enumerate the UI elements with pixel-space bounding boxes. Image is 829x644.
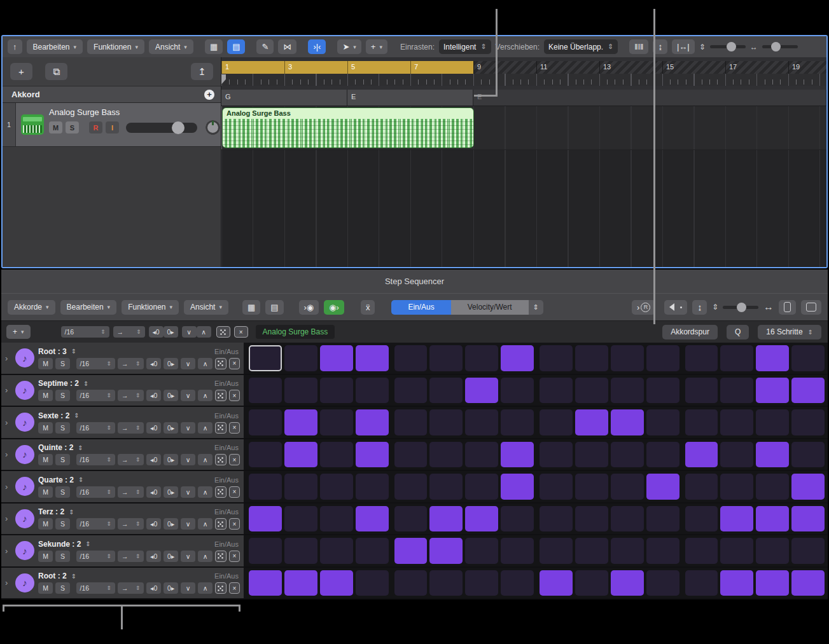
menu-ansicht[interactable]: Ansicht▾ [149, 39, 193, 54]
step-cell[interactable] [320, 570, 353, 596]
step-cell[interactable] [394, 345, 428, 371]
row-mute-button[interactable]: M [38, 551, 53, 562]
step-cell[interactable] [791, 442, 825, 468]
step-cell[interactable] [501, 409, 534, 435]
monophonic-pattern-button[interactable]: ›◉ [299, 300, 319, 315]
track-lane[interactable]: Analog Surge Bass [221, 106, 826, 150]
row-rate-select[interactable]: /16⇕ [76, 390, 115, 401]
automation-tool-button[interactable]: ✎ [256, 39, 274, 54]
menu-funktionen[interactable]: Funktionen▾ [87, 39, 144, 54]
step-cell[interactable] [249, 378, 282, 404]
row-octave-up-button[interactable]: ∧ [198, 358, 212, 369]
step-cell[interactable] [249, 442, 282, 468]
step-cell[interactable] [646, 378, 679, 404]
bar-number[interactable]: 15 [662, 61, 725, 74]
akkordspur-button[interactable]: Akkordspur [662, 325, 718, 339]
step-cell[interactable] [320, 538, 353, 564]
step-cell[interactable] [575, 538, 608, 564]
marquee-tool-button[interactable]: ⋈ [278, 39, 296, 54]
step-cell[interactable] [646, 409, 679, 435]
step-cell[interactable] [501, 378, 534, 404]
row-stepper-icon[interactable]: ⇕ [83, 380, 88, 387]
input-monitor-button[interactable]: I [106, 121, 119, 134]
row-mute-button[interactable]: M [38, 486, 53, 498]
step-cell[interactable] [791, 474, 825, 500]
step-cell[interactable] [249, 474, 282, 500]
row-rotate-right-button[interactable]: 0▸ [164, 582, 178, 594]
step-cell[interactable] [284, 474, 317, 500]
row-randomize-button[interactable] [215, 582, 226, 594]
step-cell[interactable] [394, 506, 428, 532]
step-cell[interactable] [575, 409, 608, 435]
step-cell[interactable] [720, 409, 753, 435]
step-cell[interactable] [394, 442, 428, 468]
pattern-length-select[interactable]: 16 Schritte⇕ [758, 325, 821, 339]
step-cell[interactable] [575, 345, 608, 371]
preview-button[interactable] [664, 300, 687, 315]
row-octave-up-button[interactable]: ∧ [198, 454, 212, 465]
h-zoom-thumb[interactable] [771, 42, 781, 51]
step-cell[interactable] [320, 409, 353, 435]
row-direction-select[interactable]: →⇕ [118, 358, 144, 369]
step-cell[interactable] [685, 538, 718, 564]
row-direction-select[interactable]: →⇕ [118, 518, 144, 530]
row-rate-select[interactable]: /16⇕ [76, 551, 115, 562]
step-cell[interactable] [646, 506, 679, 532]
step-cell[interactable] [685, 345, 718, 371]
row-direction-select[interactable]: →⇕ [118, 454, 144, 465]
row-label[interactable]: Sekunde : 2 [38, 540, 81, 549]
default-rotate-left-button[interactable]: ◂0 [149, 326, 164, 338]
menu-bearbeiten[interactable]: Bearbeiten▾ [27, 39, 83, 54]
step-cell[interactable] [575, 474, 608, 500]
secondary-tool-button[interactable]: +▾ [366, 39, 387, 54]
waveform-zoom-button[interactable]: ǁǀǁ [629, 39, 648, 54]
disclosure-icon[interactable]: › [5, 546, 11, 556]
row-rotate-left-button[interactable]: ◂0 [146, 358, 161, 369]
default-octave-down-button[interactable]: ∨ [182, 326, 197, 338]
row-label[interactable]: Sexte : 2 [38, 411, 69, 420]
fit-horizontal-button[interactable]: |↔| [672, 39, 695, 54]
step-cell[interactable] [249, 538, 282, 564]
row-direction-select[interactable]: →⇕ [118, 551, 144, 562]
step-cell[interactable] [646, 570, 679, 596]
disclosure-icon[interactable]: › [5, 449, 11, 459]
record-to-pattern-button[interactable]: ›R [632, 300, 655, 315]
step-cell[interactable] [611, 409, 644, 435]
menu-funktionen-seq[interactable]: Funktionen▾ [122, 300, 179, 315]
row-clear-button[interactable]: × [229, 582, 240, 594]
library-panel-button[interactable]: ↥ [191, 63, 213, 80]
row-clear-button[interactable]: × [229, 551, 240, 562]
step-cell[interactable] [685, 570, 718, 596]
step-cell[interactable] [756, 538, 789, 564]
row-stepper-icon[interactable]: ⇕ [71, 573, 76, 580]
step-cell[interactable] [540, 538, 573, 564]
step-cell[interactable] [394, 409, 428, 435]
row-randomize-button[interactable] [215, 551, 226, 562]
pattern-region[interactable]: Analog Surge Bass [222, 107, 474, 148]
row-octave-down-button[interactable]: ∨ [181, 518, 195, 530]
pointer-tool-button[interactable]: ➤▾ [337, 39, 361, 54]
pattern-region-button[interactable]: ▤ [265, 300, 283, 315]
row-stepper-icon[interactable]: ⇕ [69, 509, 74, 516]
row-randomize-button[interactable] [215, 518, 226, 530]
pattern-browser-button[interactable]: ▦ [242, 300, 260, 315]
menu-akkorde[interactable]: Akkorde▾ [8, 300, 55, 315]
step-cell[interactable] [611, 538, 644, 564]
step-cell[interactable] [540, 409, 573, 435]
step-cell[interactable] [720, 345, 753, 371]
step-cell[interactable] [284, 378, 317, 404]
row-octave-up-button[interactable]: ∧ [198, 486, 212, 498]
step-cell[interactable] [756, 570, 789, 596]
row-direction-select[interactable]: →⇕ [118, 486, 144, 498]
row-solo-button[interactable]: S [55, 551, 70, 562]
step-cell[interactable] [465, 474, 498, 500]
step-cell[interactable] [611, 378, 644, 404]
bar-number[interactable]: 9 [473, 61, 536, 74]
catch-playhead-button[interactable]: ›|‹ [308, 39, 326, 54]
row-mute-button[interactable]: M [38, 390, 53, 401]
row-octave-up-button[interactable]: ∧ [198, 390, 212, 401]
row-label[interactable]: Terz : 2 [38, 507, 64, 516]
step-cell[interactable] [394, 474, 428, 500]
step-cell[interactable] [356, 442, 389, 468]
step-cell[interactable] [646, 538, 679, 564]
